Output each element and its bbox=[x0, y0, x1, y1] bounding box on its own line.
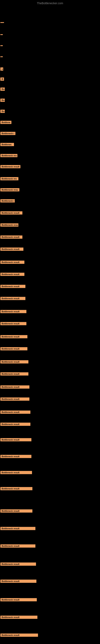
badge-item-19: Bottleneck resu bbox=[0, 224, 18, 228]
bottleneck-result-badge: Bottleneck r bbox=[0, 132, 15, 135]
badge-item-11: Bottleneck r bbox=[0, 132, 15, 136]
bottleneck-result-badge: Bottleneck result bbox=[0, 509, 32, 512]
bottleneck-result-badge: Bottleneck result bbox=[0, 634, 38, 637]
badge-item-20: Bottleneck result bbox=[0, 236, 22, 240]
bottleneck-result-badge: Bottleneck result bbox=[0, 236, 22, 239]
badge-item-27: Bottleneck result bbox=[0, 322, 26, 326]
bottleneck-result-badge: Bottleneck result bbox=[0, 360, 28, 364]
badge-item-41: Bottleneck result bbox=[0, 527, 35, 531]
badge-item-35: Bottleneck result bbox=[0, 422, 30, 427]
badge-item-30: Bottleneck result bbox=[0, 360, 28, 364]
bottleneck-result-badge bbox=[0, 56, 3, 57]
badge-item-15: Bottleneck res bbox=[0, 177, 18, 181]
bottleneck-result-badge: Bottleneck result bbox=[0, 471, 32, 474]
badge-item-37: Bottleneck result bbox=[0, 455, 31, 459]
badge-item-34: Bottleneck result bbox=[0, 410, 30, 414]
bottleneck-result-badge: Bottlenec bbox=[0, 143, 14, 146]
badge-item-23: Bottleneck result bbox=[0, 273, 24, 277]
badge-item-22: Bottleneck result bbox=[0, 260, 24, 265]
bottleneck-result-badge: Bottleneck result bbox=[0, 455, 31, 458]
badge-item-43: Bottleneck result bbox=[0, 562, 36, 566]
bottleneck-result-badge: Bottleneck result bbox=[0, 297, 25, 300]
bottleneck-result-badge: Bottleneck res bbox=[0, 154, 17, 157]
badge-item-8: Bo bbox=[0, 98, 5, 103]
badge-item-21: Bottleneck result bbox=[0, 248, 23, 252]
badge-item-14: Bottleneck result bbox=[0, 165, 20, 169]
bottleneck-result-badge: Bottleneck result bbox=[0, 544, 35, 548]
bottleneck-result-badge: Bottleneck result bbox=[0, 616, 37, 619]
bottleneck-result-badge bbox=[0, 34, 3, 35]
badge-item-32: Bottleneck result bbox=[0, 386, 29, 390]
badge-item-18: Bottleneck result bbox=[0, 211, 22, 215]
bottleneck-result-badge: Bottleneck r bbox=[0, 199, 15, 202]
bottleneck-result-badge: Bottleneck result bbox=[0, 335, 27, 338]
badge-item-2 bbox=[0, 32, 3, 36]
badge-item-47: Bottleneck result bbox=[0, 634, 38, 638]
badge-item-45: Bottleneck result bbox=[0, 598, 37, 602]
badge-item-46: Bottleneck result bbox=[0, 616, 37, 620]
bottleneck-result-badge: Bottleneck result bbox=[0, 347, 27, 350]
bottleneck-result-badge: Bottleneck result bbox=[0, 372, 28, 376]
bottleneck-result-badge: Bottleneck result bbox=[0, 410, 30, 414]
bottleneck-result-badge: Bottleneck result bbox=[0, 260, 24, 264]
bottleneck-result-badge: Bottleneck result bbox=[0, 487, 32, 490]
badge-item-1 bbox=[0, 20, 4, 24]
bottleneck-result-badge: Bo bbox=[0, 110, 5, 113]
badge-item-25: Bottleneck result bbox=[0, 297, 25, 301]
bottleneck-result-badge bbox=[0, 22, 4, 23]
badge-item-9: Bo bbox=[0, 110, 5, 114]
bottleneck-result-badge: Bottleneck result bbox=[0, 580, 36, 583]
bottleneck-result-badge: Bottleneck result bbox=[0, 562, 36, 566]
bottleneck-result-badge: Bottleneck result bbox=[0, 165, 20, 168]
bottleneck-result-badge: Bottlene bbox=[0, 121, 11, 124]
badge-item-6: B bbox=[0, 78, 4, 82]
bottleneck-result-badge: Bottleneck result bbox=[0, 211, 22, 214]
bottleneck-result-badge: Bottleneck res bbox=[0, 177, 18, 180]
badge-item-16: Bottleneck resu bbox=[0, 188, 19, 192]
badge-item-42: Bottleneck result bbox=[0, 544, 35, 548]
badge-item-40: Bottleneck result bbox=[0, 509, 32, 514]
bottleneck-result-badge: Bottleneck result bbox=[0, 527, 35, 530]
bottleneck-result-badge: s bbox=[0, 68, 3, 71]
badge-item-29: Bottleneck result bbox=[0, 347, 27, 351]
badge-item-24: Bottleneck result bbox=[0, 285, 25, 289]
bottleneck-result-badge: Bottleneck result bbox=[0, 386, 29, 388]
badge-item-39: Bottleneck result bbox=[0, 487, 32, 491]
bottleneck-result-badge: Bottleneck result bbox=[0, 285, 25, 288]
badge-item-36: Bottleneck result bbox=[0, 438, 31, 442]
bottleneck-result-badge bbox=[0, 45, 3, 46]
badge-item-3 bbox=[0, 43, 3, 47]
badge-item-13: Bottleneck res bbox=[0, 154, 17, 158]
bottleneck-result-badge: Bottleneck result bbox=[0, 438, 31, 441]
bottleneck-result-badge: Bottleneck resu bbox=[0, 224, 18, 226]
bottleneck-result-badge: Bottleneck result bbox=[0, 310, 26, 313]
badge-item-5: s bbox=[0, 68, 3, 72]
bottleneck-result-badge: Bo bbox=[0, 98, 5, 102]
badge-item-17: Bottleneck r bbox=[0, 199, 15, 203]
badge-item-12: Bottlenec bbox=[0, 143, 14, 147]
bottleneck-result-badge: Bottleneck result bbox=[0, 273, 24, 276]
bottleneck-result-badge: Bottleneck resu bbox=[0, 188, 19, 192]
badge-item-28: Bottleneck result bbox=[0, 335, 27, 339]
badge-item-26: Bottleneck result bbox=[0, 310, 26, 314]
site-title: TheBottlenecker.com bbox=[0, 0, 100, 6]
bottleneck-result-badge: Bottleneck result bbox=[0, 248, 23, 251]
bottleneck-result-badge: Bottleneck result bbox=[0, 322, 26, 325]
badge-item-31: Bottleneck result bbox=[0, 372, 28, 376]
bottleneck-result-badge: Bottleneck result bbox=[0, 598, 37, 601]
badge-item-33: Bottleneck result bbox=[0, 398, 29, 402]
badge-item-10: Bottlene bbox=[0, 121, 11, 125]
bottleneck-result-badge: Bottleneck result bbox=[0, 422, 30, 426]
bottleneck-result-badge: B bbox=[0, 78, 4, 81]
badge-item-44: Bottleneck result bbox=[0, 580, 36, 584]
bottleneck-result-badge: Bo bbox=[0, 88, 5, 91]
badge-item-4 bbox=[0, 54, 3, 58]
badge-item-38: Bottleneck result bbox=[0, 471, 32, 475]
badge-item-7: Bo bbox=[0, 88, 5, 92]
bottleneck-result-badge: Bottleneck result bbox=[0, 398, 29, 401]
